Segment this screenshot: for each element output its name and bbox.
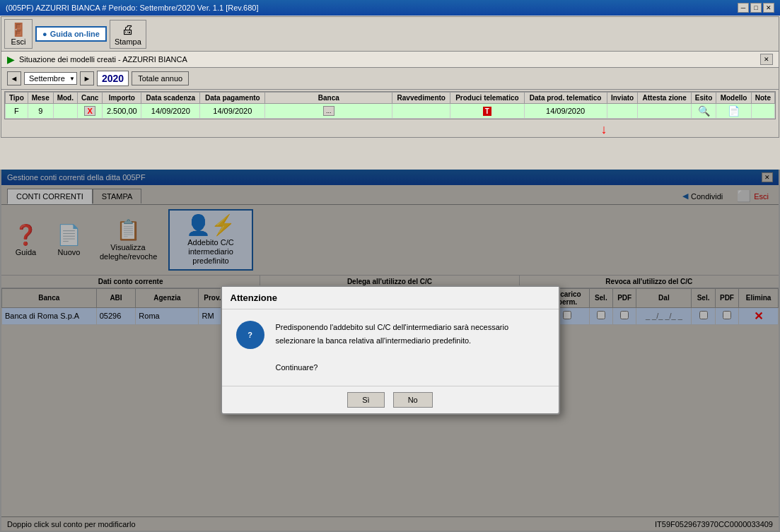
col-mese: Mese: [28, 93, 53, 104]
title-controls: ─ □ ✕: [738, 3, 774, 13]
t-icon: T: [483, 107, 491, 116]
cell-inviato: [607, 104, 638, 119]
cell-attestazione: [638, 104, 691, 119]
col-mod: Mod.: [53, 93, 77, 104]
cell-mese: 9: [28, 104, 53, 119]
cell-modello: 📄: [716, 104, 752, 119]
col-attestazione: Attesta zione: [638, 93, 691, 104]
subtitle-text: Situazione dei modelli creati - AZZURRI …: [19, 55, 187, 64]
cell-data-prod-tel: 14/09/2020: [524, 104, 607, 119]
cell-esito: 🔍: [691, 104, 716, 119]
col-tipo: Tipo: [6, 93, 28, 104]
cell-data-scadenza: 14/09/2020: [141, 104, 200, 119]
window-title: (005PF) AZZURRI BIANCA # Periodo: Settem…: [6, 4, 258, 12]
cell-canc: X: [77, 104, 102, 119]
year-display: 2020: [97, 71, 129, 86]
sub-close-btn[interactable]: ✕: [760, 54, 773, 65]
totale-annuo-btn[interactable]: Totale annuo: [132, 71, 189, 85]
top-toolbar: 🚪 Esci ● Guida on-line 🖨 Stampa: [1, 17, 779, 52]
red-arrow: ↓: [1, 121, 779, 137]
cell-ravvedimento: [392, 104, 450, 119]
col-data-pagamento: Data pagamento: [200, 93, 265, 104]
dialog-box: Attenzione ? Predisponendo l'addebito su…: [221, 285, 560, 415]
dialog-body: ? Predisponendo l'addebito sul C/C dell'…: [222, 309, 559, 386]
exit-button[interactable]: 🚪 Esci: [4, 19, 33, 49]
cell-importo: 2.500,00: [103, 104, 141, 119]
col-data-scadenza: Data scadenza: [141, 93, 200, 104]
cell-tipo: F: [6, 104, 28, 119]
cell-mod: [53, 104, 77, 119]
main-data-table-area: Tipo Mese Mod. Canc Importo Data scadenz…: [4, 91, 776, 119]
data-table: Tipo Mese Mod. Canc Importo Data scadenz…: [5, 92, 775, 119]
col-importo: Importo: [103, 93, 141, 104]
navigation-toolbar: ◄ Settembre Ottobre Novembre Dicembre ► …: [1, 68, 779, 90]
gestione-window: Gestione conti correnti della ditta 005P…: [0, 170, 780, 532]
dialog-si-btn[interactable]: Sì: [347, 392, 384, 408]
month-select[interactable]: Settembre Ottobre Novembre Dicembre: [24, 72, 77, 85]
dialog-no-btn[interactable]: No: [393, 392, 433, 408]
dialog-icon: ?: [236, 321, 264, 349]
cell-note: [751, 104, 774, 119]
minimize-btn[interactable]: ─: [738, 3, 749, 13]
col-esito: Esito: [691, 93, 716, 104]
table-row[interactable]: F 9 X 2.500,00 14/09/2020 14/09/2020 ...…: [6, 104, 775, 119]
dialog-overlay: Attenzione ? Predisponendo l'addebito su…: [1, 170, 779, 531]
col-data-prod-tel: Data prod. telematico: [524, 93, 607, 104]
prev-month-btn[interactable]: ◄: [7, 71, 21, 85]
col-note: Note: [751, 93, 774, 104]
cell-data-pagamento: 14/09/2020: [200, 104, 265, 119]
col-modello: Modello: [716, 93, 752, 104]
cell-produci-telematico: T: [450, 104, 524, 119]
close-btn[interactable]: ✕: [763, 3, 774, 13]
col-produci-telematico: Produci telematico: [450, 93, 524, 104]
dialog-footer: Sì No: [222, 386, 559, 413]
cell-banca: ...: [265, 104, 392, 119]
banca-ellipsis-btn[interactable]: ...: [323, 106, 334, 116]
stampa-button[interactable]: 🖨 Stampa: [110, 20, 146, 49]
col-inviato: Inviato: [607, 93, 638, 104]
next-month-btn[interactable]: ►: [80, 71, 94, 85]
col-canc: Canc: [77, 93, 102, 104]
dialog-text: Predisponendo l'addebito sul C/C dell'in…: [276, 321, 545, 375]
col-ravvedimento: Ravvedimento: [392, 93, 450, 104]
guida-online-button[interactable]: ● Guida on-line: [35, 26, 107, 42]
dialog-title: Attenzione: [222, 287, 559, 309]
col-banca: Banca: [265, 93, 392, 104]
maximize-btn[interactable]: □: [750, 3, 762, 13]
title-bar: (005PF) AZZURRI BIANCA # Periodo: Settem…: [0, 0, 780, 16]
